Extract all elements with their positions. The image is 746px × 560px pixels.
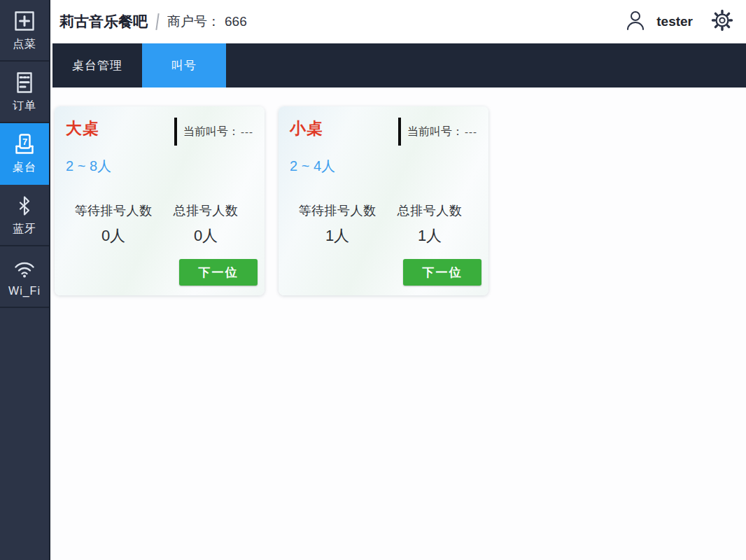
total-stat: 总排号人数 1人 [383, 202, 476, 246]
waiting-stat: 等待排号人数 0人 [67, 202, 160, 246]
waiting-stat: 等待排号人数 1人 [291, 202, 383, 246]
order-plus-icon [12, 8, 37, 34]
receipt-icon [12, 70, 37, 95]
total-label: 总排号人数 [160, 202, 252, 219]
tab-call-number[interactable]: 叫号 [142, 43, 226, 88]
username: tester [656, 14, 693, 29]
current-call-label: 当前叫号： [183, 125, 239, 139]
table-name: 小桌 [290, 119, 323, 137]
header: 莉古音乐餐吧 商户号： 666 tester [50, 0, 746, 43]
table-count-badge: 7 [22, 136, 27, 147]
table-capacity: 2 ~ 4人 [290, 157, 477, 176]
table-name: 大桌 [66, 119, 99, 137]
title-divider [155, 13, 159, 30]
sidebar-item-orders[interactable]: 订单 [0, 62, 49, 123]
settings-button[interactable] [711, 9, 733, 34]
next-customer-button[interactable]: 下一位 [179, 259, 258, 286]
waiting-label: 等待排号人数 [291, 202, 383, 219]
current-call-label: 当前叫号： [407, 125, 463, 139]
sidebar-item-label: 桌台 [13, 160, 36, 175]
sidebar-item-bluetooth[interactable]: 蓝牙 [0, 185, 49, 246]
sidebar-item-label: 订单 [13, 99, 36, 113]
queue-card-large-table: 大桌 当前叫号： --- 2 ~ 8人 等待排号人数 0人 总排号人数 0人 下… [55, 106, 265, 295]
waiting-value: 1人 [291, 225, 383, 246]
total-label: 总排号人数 [383, 202, 476, 219]
call-divider-bar [398, 118, 401, 146]
current-call: 当前叫号： --- [398, 118, 477, 146]
sidebar-item-label: Wi_Fi [8, 285, 41, 298]
user-icon [624, 8, 647, 35]
page-title: 莉古音乐餐吧 [59, 12, 148, 31]
tab-table-management[interactable]: 桌台管理 [52, 43, 142, 88]
sidebar-item-wifi[interactable]: Wi_Fi [0, 246, 49, 308]
current-call-value: --- [241, 126, 253, 138]
sidebar-item-tables[interactable]: 7 桌台 [0, 123, 49, 185]
current-call: 当前叫号： --- [174, 118, 253, 146]
waiting-value: 0人 [67, 225, 160, 246]
call-divider-bar [174, 118, 177, 146]
sidebar-item-label: 点菜 [13, 37, 36, 52]
sidebar: 点菜 订单 7 桌台 [0, 0, 50, 560]
sidebar-item-label: 蓝牙 [13, 222, 36, 237]
main-content: 大桌 当前叫号： --- 2 ~ 8人 等待排号人数 0人 总排号人数 0人 下… [50, 88, 746, 560]
waiting-label: 等待排号人数 [67, 202, 160, 219]
wifi-icon [12, 256, 37, 281]
merchant-number: 666 [225, 14, 247, 29]
total-value: 0人 [160, 225, 252, 246]
merchant-label: 商户号： [167, 13, 220, 31]
queue-cards-row: 大桌 当前叫号： --- 2 ~ 8人 等待排号人数 0人 总排号人数 0人 下… [50, 88, 746, 295]
next-customer-button[interactable]: 下一位 [403, 259, 481, 286]
table-capacity: 2 ~ 8人 [66, 157, 253, 176]
current-call-value: --- [465, 126, 477, 138]
total-stat: 总排号人数 0人 [160, 202, 252, 246]
queue-card-small-table: 小桌 当前叫号： --- 2 ~ 4人 等待排号人数 1人 总排号人数 1人 下… [279, 106, 488, 295]
gear-icon [711, 9, 733, 34]
tabbar: 桌台管理 叫号 [52, 43, 746, 88]
bluetooth-icon [12, 193, 37, 218]
table-tray-icon: 7 [12, 132, 37, 157]
total-value: 1人 [383, 225, 476, 246]
sidebar-item-order[interactable]: 点菜 [0, 0, 49, 62]
